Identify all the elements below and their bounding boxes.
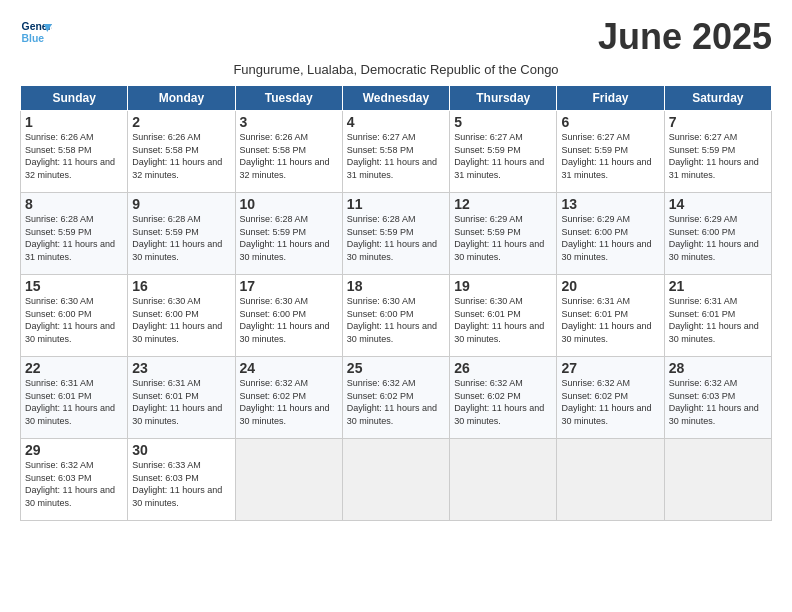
weekday-header-wednesday: Wednesday bbox=[342, 86, 449, 111]
day-number: 30 bbox=[132, 442, 230, 458]
day-info: Sunrise: 6:31 AM Sunset: 6:01 PM Dayligh… bbox=[25, 377, 123, 427]
weekday-header-tuesday: Tuesday bbox=[235, 86, 342, 111]
calendar-cell: 22 Sunrise: 6:31 AM Sunset: 6:01 PM Dayl… bbox=[21, 357, 128, 439]
calendar-cell: 24 Sunrise: 6:32 AM Sunset: 6:02 PM Dayl… bbox=[235, 357, 342, 439]
calendar-cell: 16 Sunrise: 6:30 AM Sunset: 6:00 PM Dayl… bbox=[128, 275, 235, 357]
day-number: 24 bbox=[240, 360, 338, 376]
day-number: 6 bbox=[561, 114, 659, 130]
day-info: Sunrise: 6:27 AM Sunset: 5:59 PM Dayligh… bbox=[561, 131, 659, 181]
day-number: 3 bbox=[240, 114, 338, 130]
day-number: 7 bbox=[669, 114, 767, 130]
calendar-cell: 25 Sunrise: 6:32 AM Sunset: 6:02 PM Dayl… bbox=[342, 357, 449, 439]
day-number: 27 bbox=[561, 360, 659, 376]
svg-text:Blue: Blue bbox=[22, 33, 45, 44]
calendar-cell: 4 Sunrise: 6:27 AM Sunset: 5:58 PM Dayli… bbox=[342, 111, 449, 193]
calendar-cell bbox=[450, 439, 557, 521]
week-row-1: 1 Sunrise: 6:26 AM Sunset: 5:58 PM Dayli… bbox=[21, 111, 772, 193]
calendar-cell: 28 Sunrise: 6:32 AM Sunset: 6:03 PM Dayl… bbox=[664, 357, 771, 439]
day-info: Sunrise: 6:31 AM Sunset: 6:01 PM Dayligh… bbox=[561, 295, 659, 345]
week-row-4: 22 Sunrise: 6:31 AM Sunset: 6:01 PM Dayl… bbox=[21, 357, 772, 439]
weekday-header-monday: Monday bbox=[128, 86, 235, 111]
day-info: Sunrise: 6:30 AM Sunset: 6:00 PM Dayligh… bbox=[240, 295, 338, 345]
calendar-cell: 9 Sunrise: 6:28 AM Sunset: 5:59 PM Dayli… bbox=[128, 193, 235, 275]
day-info: Sunrise: 6:29 AM Sunset: 6:00 PM Dayligh… bbox=[561, 213, 659, 263]
day-info: Sunrise: 6:28 AM Sunset: 5:59 PM Dayligh… bbox=[240, 213, 338, 263]
day-info: Sunrise: 6:28 AM Sunset: 5:59 PM Dayligh… bbox=[132, 213, 230, 263]
day-number: 5 bbox=[454, 114, 552, 130]
day-number: 23 bbox=[132, 360, 230, 376]
day-info: Sunrise: 6:32 AM Sunset: 6:03 PM Dayligh… bbox=[25, 459, 123, 509]
day-info: Sunrise: 6:26 AM Sunset: 5:58 PM Dayligh… bbox=[240, 131, 338, 181]
logo-icon: General Blue bbox=[20, 16, 52, 48]
calendar-cell: 11 Sunrise: 6:28 AM Sunset: 5:59 PM Dayl… bbox=[342, 193, 449, 275]
day-info: Sunrise: 6:29 AM Sunset: 5:59 PM Dayligh… bbox=[454, 213, 552, 263]
weekday-header-saturday: Saturday bbox=[664, 86, 771, 111]
calendar-cell bbox=[557, 439, 664, 521]
calendar-cell: 1 Sunrise: 6:26 AM Sunset: 5:58 PM Dayli… bbox=[21, 111, 128, 193]
day-info: Sunrise: 6:32 AM Sunset: 6:03 PM Dayligh… bbox=[669, 377, 767, 427]
day-number: 28 bbox=[669, 360, 767, 376]
day-info: Sunrise: 6:28 AM Sunset: 5:59 PM Dayligh… bbox=[347, 213, 445, 263]
day-number: 14 bbox=[669, 196, 767, 212]
day-info: Sunrise: 6:32 AM Sunset: 6:02 PM Dayligh… bbox=[561, 377, 659, 427]
calendar-cell: 2 Sunrise: 6:26 AM Sunset: 5:58 PM Dayli… bbox=[128, 111, 235, 193]
calendar-cell: 18 Sunrise: 6:30 AM Sunset: 6:00 PM Dayl… bbox=[342, 275, 449, 357]
day-number: 21 bbox=[669, 278, 767, 294]
month-title: June 2025 bbox=[598, 16, 772, 58]
day-number: 16 bbox=[132, 278, 230, 294]
calendar-cell: 14 Sunrise: 6:29 AM Sunset: 6:00 PM Dayl… bbox=[664, 193, 771, 275]
calendar-cell: 5 Sunrise: 6:27 AM Sunset: 5:59 PM Dayli… bbox=[450, 111, 557, 193]
day-number: 9 bbox=[132, 196, 230, 212]
day-number: 20 bbox=[561, 278, 659, 294]
day-number: 13 bbox=[561, 196, 659, 212]
calendar-cell: 15 Sunrise: 6:30 AM Sunset: 6:00 PM Dayl… bbox=[21, 275, 128, 357]
day-number: 15 bbox=[25, 278, 123, 294]
calendar-table: SundayMondayTuesdayWednesdayThursdayFrid… bbox=[20, 85, 772, 521]
day-number: 29 bbox=[25, 442, 123, 458]
day-number: 10 bbox=[240, 196, 338, 212]
calendar-cell: 12 Sunrise: 6:29 AM Sunset: 5:59 PM Dayl… bbox=[450, 193, 557, 275]
header: General Blue June 2025 bbox=[20, 16, 772, 58]
week-row-3: 15 Sunrise: 6:30 AM Sunset: 6:00 PM Dayl… bbox=[21, 275, 772, 357]
day-info: Sunrise: 6:31 AM Sunset: 6:01 PM Dayligh… bbox=[669, 295, 767, 345]
week-row-2: 8 Sunrise: 6:28 AM Sunset: 5:59 PM Dayli… bbox=[21, 193, 772, 275]
day-info: Sunrise: 6:28 AM Sunset: 5:59 PM Dayligh… bbox=[25, 213, 123, 263]
calendar-cell: 30 Sunrise: 6:33 AM Sunset: 6:03 PM Dayl… bbox=[128, 439, 235, 521]
calendar-cell: 3 Sunrise: 6:26 AM Sunset: 5:58 PM Dayli… bbox=[235, 111, 342, 193]
day-info: Sunrise: 6:31 AM Sunset: 6:01 PM Dayligh… bbox=[132, 377, 230, 427]
calendar-cell bbox=[235, 439, 342, 521]
logo: General Blue bbox=[20, 16, 52, 48]
day-info: Sunrise: 6:27 AM Sunset: 5:58 PM Dayligh… bbox=[347, 131, 445, 181]
day-number: 1 bbox=[25, 114, 123, 130]
calendar-cell: 29 Sunrise: 6:32 AM Sunset: 6:03 PM Dayl… bbox=[21, 439, 128, 521]
calendar-cell: 20 Sunrise: 6:31 AM Sunset: 6:01 PM Dayl… bbox=[557, 275, 664, 357]
weekday-header-thursday: Thursday bbox=[450, 86, 557, 111]
day-number: 25 bbox=[347, 360, 445, 376]
calendar-cell: 27 Sunrise: 6:32 AM Sunset: 6:02 PM Dayl… bbox=[557, 357, 664, 439]
day-number: 22 bbox=[25, 360, 123, 376]
day-number: 19 bbox=[454, 278, 552, 294]
weekday-header-friday: Friday bbox=[557, 86, 664, 111]
day-info: Sunrise: 6:30 AM Sunset: 6:00 PM Dayligh… bbox=[132, 295, 230, 345]
day-info: Sunrise: 6:30 AM Sunset: 6:01 PM Dayligh… bbox=[454, 295, 552, 345]
day-info: Sunrise: 6:32 AM Sunset: 6:02 PM Dayligh… bbox=[454, 377, 552, 427]
day-info: Sunrise: 6:32 AM Sunset: 6:02 PM Dayligh… bbox=[347, 377, 445, 427]
calendar-cell: 6 Sunrise: 6:27 AM Sunset: 5:59 PM Dayli… bbox=[557, 111, 664, 193]
calendar-cell: 7 Sunrise: 6:27 AM Sunset: 5:59 PM Dayli… bbox=[664, 111, 771, 193]
day-info: Sunrise: 6:33 AM Sunset: 6:03 PM Dayligh… bbox=[132, 459, 230, 509]
calendar-cell bbox=[664, 439, 771, 521]
calendar-cell: 8 Sunrise: 6:28 AM Sunset: 5:59 PM Dayli… bbox=[21, 193, 128, 275]
day-info: Sunrise: 6:30 AM Sunset: 6:00 PM Dayligh… bbox=[347, 295, 445, 345]
day-info: Sunrise: 6:27 AM Sunset: 5:59 PM Dayligh… bbox=[454, 131, 552, 181]
day-number: 2 bbox=[132, 114, 230, 130]
day-info: Sunrise: 6:27 AM Sunset: 5:59 PM Dayligh… bbox=[669, 131, 767, 181]
day-info: Sunrise: 6:30 AM Sunset: 6:00 PM Dayligh… bbox=[25, 295, 123, 345]
calendar-cell: 17 Sunrise: 6:30 AM Sunset: 6:00 PM Dayl… bbox=[235, 275, 342, 357]
day-number: 18 bbox=[347, 278, 445, 294]
calendar-cell bbox=[342, 439, 449, 521]
weekday-header-sunday: Sunday bbox=[21, 86, 128, 111]
day-number: 4 bbox=[347, 114, 445, 130]
day-number: 17 bbox=[240, 278, 338, 294]
calendar-cell: 19 Sunrise: 6:30 AM Sunset: 6:01 PM Dayl… bbox=[450, 275, 557, 357]
calendar-cell: 13 Sunrise: 6:29 AM Sunset: 6:00 PM Dayl… bbox=[557, 193, 664, 275]
